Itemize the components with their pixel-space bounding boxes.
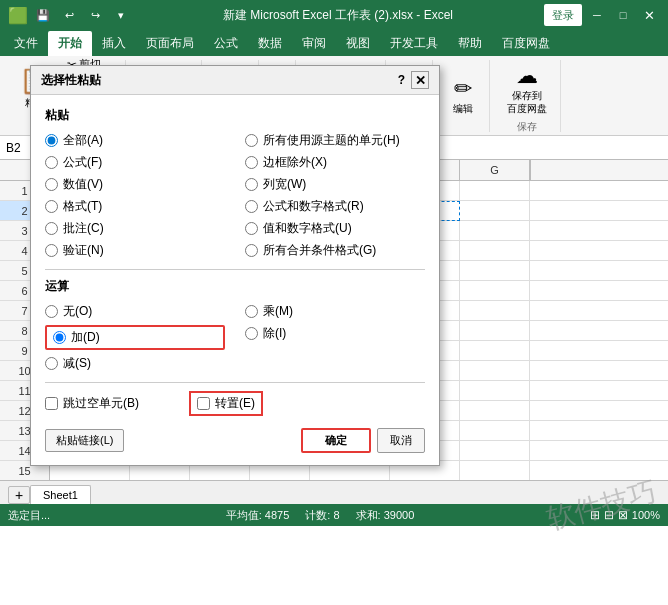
radio-col-width[interactable]: 列宽(W)	[245, 176, 425, 193]
dialog-title-text: 选择性粘贴	[41, 72, 101, 89]
section-divider	[45, 269, 425, 270]
radio-comment[interactable]: 批注(C)	[45, 220, 225, 237]
radio-divide[interactable]: 除(I)	[245, 325, 425, 342]
paste-link-btn[interactable]: 粘贴链接(L)	[45, 429, 124, 452]
operation-section: 运算 无(O) 加(D) 减(S)	[45, 278, 425, 372]
radio-none[interactable]: 无(O)	[45, 303, 225, 320]
dialog-overlay: 选择性粘贴 ? ✕ 粘贴 全部(A) 公式(F) 数值(V)	[0, 0, 668, 605]
checkbox-row: 跳过空单元(B) 转置(E)	[45, 391, 425, 416]
radio-add-highlighted[interactable]: 加(D)	[45, 325, 225, 350]
dialog-body: 粘贴 全部(A) 公式(F) 数值(V) 格式(T)	[31, 95, 439, 465]
ok-btn[interactable]: 确定	[301, 428, 371, 453]
cancel-btn[interactable]: 取消	[377, 428, 425, 453]
operation-label: 运算	[45, 278, 425, 295]
skip-blanks-check[interactable]: 跳过空单元(B)	[45, 391, 139, 416]
radio-formula[interactable]: 公式(F)	[45, 154, 225, 171]
radio-value-num[interactable]: 值和数字格式(U)	[245, 220, 425, 237]
radio-merge-cond[interactable]: 所有合并条件格式(G)	[245, 242, 425, 259]
op-columns: 无(O) 加(D) 减(S) 乘(M)	[45, 303, 425, 372]
dialog-footer: 粘贴链接(L) 确定 取消	[45, 428, 425, 453]
radio-value[interactable]: 数值(V)	[45, 176, 225, 193]
radio-format[interactable]: 格式(T)	[45, 198, 225, 215]
radio-source-theme[interactable]: 所有使用源主题的单元(H)	[245, 132, 425, 149]
radio-formula-num[interactable]: 公式和数字格式(R)	[245, 198, 425, 215]
ok-cancel-group: 确定 取消	[301, 428, 425, 453]
radio-subtract[interactable]: 减(S)	[45, 355, 225, 372]
paste-section-label: 粘贴	[45, 107, 425, 124]
dialog-title-bar: 选择性粘贴 ? ✕	[31, 66, 439, 95]
radio-all[interactable]: 全部(A)	[45, 132, 225, 149]
radio-border-except[interactable]: 边框除外(X)	[245, 154, 425, 171]
paste-left-col: 全部(A) 公式(F) 数值(V) 格式(T) 批注(C)	[45, 132, 225, 259]
dialog-help-icon[interactable]: ?	[398, 73, 405, 87]
op-left-col: 无(O) 加(D) 减(S)	[45, 303, 225, 372]
radio-multiply[interactable]: 乘(M)	[245, 303, 425, 320]
paste-options-columns: 全部(A) 公式(F) 数值(V) 格式(T) 批注(C)	[45, 132, 425, 259]
dialog-close-btn[interactable]: ✕	[411, 71, 429, 89]
paste-special-dialog: 选择性粘贴 ? ✕ 粘贴 全部(A) 公式(F) 数值(V)	[30, 65, 440, 466]
op-right-col: 乘(M) 除(I)	[245, 303, 425, 372]
radio-validation[interactable]: 验证(N)	[45, 242, 225, 259]
transpose-check[interactable]: 转置(E)	[189, 391, 263, 416]
paste-right-col: 所有使用源主题的单元(H) 边框除外(X) 列宽(W) 公式和数字格式(R) 值…	[245, 132, 425, 259]
section-divider2	[45, 382, 425, 383]
